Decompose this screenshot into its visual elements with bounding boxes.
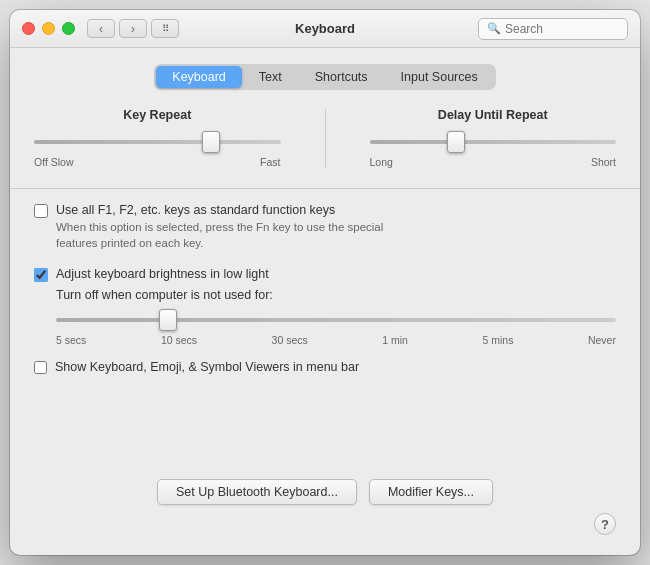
titlebar: ‹ › ⠿ Keyboard 🔍 [10, 10, 640, 48]
timer-thumb[interactable] [159, 309, 177, 331]
maximize-button[interactable] [62, 22, 75, 35]
fn-keys-sublabel: When this option is selected, press the … [56, 219, 383, 251]
window-title: Keyboard [295, 21, 355, 36]
close-button[interactable] [22, 22, 35, 35]
timer-label-0: 5 secs [56, 334, 86, 346]
traffic-lights [22, 22, 75, 35]
key-repeat-group: Key Repeat Off Slow Fast [34, 108, 281, 168]
help-area: ? [34, 513, 616, 535]
delay-repeat-right-label: Short [591, 156, 616, 168]
key-repeat-left-label: Off Slow [34, 156, 74, 168]
slider-divider [325, 108, 326, 168]
key-repeat-label: Key Repeat [123, 108, 191, 122]
tab-bar: Keyboard Text Shortcuts Input Sources [34, 64, 616, 90]
key-repeat-range-labels: Off Slow Fast [34, 156, 281, 168]
emoji-label: Show Keyboard, Emoji, & Symbol Viewers i… [55, 360, 359, 374]
bluetooth-keyboard-button[interactable]: Set Up Bluetooth Keyboard... [157, 479, 357, 505]
tab-input-sources[interactable]: Input Sources [385, 66, 494, 88]
timer-label-5: Never [588, 334, 616, 346]
brightness-section: Adjust keyboard brightness in low light … [34, 267, 616, 360]
delay-repeat-thumb[interactable] [447, 131, 465, 153]
timer-label-2: 30 secs [272, 334, 308, 346]
tab-keyboard[interactable]: Keyboard [156, 66, 242, 88]
emoji-checkbox[interactable] [34, 361, 47, 374]
timer-section: Turn off when computer is not used for: … [56, 288, 616, 346]
separator-1 [10, 188, 640, 189]
brightness-checkbox-row: Adjust keyboard brightness in low light [34, 267, 616, 282]
search-input[interactable] [505, 22, 619, 36]
timer-label-3: 1 min [382, 334, 408, 346]
delay-repeat-track [370, 140, 617, 144]
grid-button[interactable]: ⠿ [151, 19, 179, 38]
key-repeat-right-label: Fast [260, 156, 280, 168]
delay-repeat-slider-container [370, 132, 617, 152]
key-repeat-slider-container [34, 132, 281, 152]
brightness-checkbox[interactable] [34, 268, 48, 282]
emoji-checkbox-row: Show Keyboard, Emoji, & Symbol Viewers i… [34, 360, 616, 374]
nav-buttons: ‹ › [87, 19, 147, 38]
tab-text[interactable]: Text [243, 66, 298, 88]
delay-repeat-group: Delay Until Repeat Long Short [370, 108, 617, 168]
button-row: Set Up Bluetooth Keyboard... Modifier Ke… [34, 469, 616, 505]
timer-slider-container [56, 310, 616, 330]
delay-repeat-left-label: Long [370, 156, 393, 168]
content-area: Keyboard Text Shortcuts Input Sources Ke… [10, 48, 640, 555]
sliders-row: Key Repeat Off Slow Fast Delay Until Rep… [34, 108, 616, 168]
help-button[interactable]: ? [594, 513, 616, 535]
key-repeat-thumb[interactable] [202, 131, 220, 153]
keyboard-preferences-window: ‹ › ⠿ Keyboard 🔍 Keyboard Text Shortcuts… [10, 10, 640, 555]
timer-labels: 5 secs 10 secs 30 secs 1 min 5 mins Neve… [56, 334, 616, 346]
timer-track [56, 318, 616, 322]
search-bar[interactable]: 🔍 [478, 18, 628, 40]
delay-repeat-range-labels: Long Short [370, 156, 617, 168]
modifier-keys-button[interactable]: Modifier Keys... [369, 479, 493, 505]
tab-shortcuts[interactable]: Shortcuts [299, 66, 384, 88]
fn-keys-text: Use all F1, F2, etc. keys as standard fu… [56, 203, 383, 251]
timer-label-4: 5 mins [482, 334, 513, 346]
search-icon: 🔍 [487, 22, 501, 35]
delay-repeat-label: Delay Until Repeat [438, 108, 548, 122]
forward-button[interactable]: › [119, 19, 147, 38]
fn-keys-row: Use all F1, F2, etc. keys as standard fu… [34, 203, 616, 251]
key-repeat-track [34, 140, 281, 144]
fn-keys-label: Use all F1, F2, etc. keys as standard fu… [56, 203, 383, 217]
turn-off-label: Turn off when computer is not used for: [56, 288, 616, 302]
fn-keys-checkbox[interactable] [34, 204, 48, 218]
timer-label-1: 10 secs [161, 334, 197, 346]
tabs-container: Keyboard Text Shortcuts Input Sources [154, 64, 495, 90]
brightness-label: Adjust keyboard brightness in low light [56, 267, 269, 281]
minimize-button[interactable] [42, 22, 55, 35]
back-button[interactable]: ‹ [87, 19, 115, 38]
